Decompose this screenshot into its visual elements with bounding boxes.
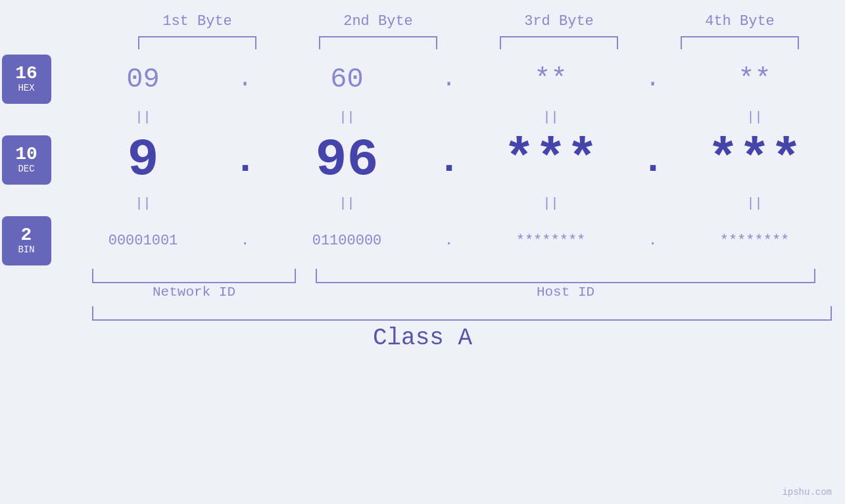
dec-b2-value: 96 bbox=[315, 130, 378, 190]
byte2-label: 2nd Byte bbox=[312, 13, 444, 30]
hex-badge: 16 HEX bbox=[2, 55, 51, 104]
hex-b3-value: ** bbox=[534, 64, 567, 95]
dec-dot2: . bbox=[437, 138, 460, 183]
eq1-b2: || bbox=[256, 110, 437, 125]
hex-b4-cell: ** bbox=[664, 64, 845, 95]
dec-dot3: . bbox=[641, 138, 664, 183]
bin-dot1: . bbox=[233, 233, 256, 249]
eq2-b3: || bbox=[460, 196, 641, 211]
dec-b4-value: *** bbox=[707, 130, 802, 190]
dec-dot1: . bbox=[233, 138, 256, 183]
bin-badge-container: 2 BIN bbox=[0, 216, 53, 265]
eq1-b3: || bbox=[460, 110, 641, 125]
dec-badge: 10 DEC bbox=[2, 135, 51, 185]
bin-values: 00001001 . 01100000 . ******** . *******… bbox=[53, 216, 845, 265]
eq2-b1: || bbox=[53, 196, 233, 211]
bin-badge-number: 2 bbox=[21, 226, 32, 244]
hex-b2-cell: 60 bbox=[256, 64, 437, 95]
hex-b3-cell: ** bbox=[460, 64, 641, 95]
dec-b1-cell: 9 bbox=[53, 130, 233, 190]
bin-b3-cell: ******** bbox=[460, 233, 641, 249]
hex-dot2: . bbox=[437, 66, 460, 93]
dec-badge-label: DEC bbox=[18, 164, 34, 175]
eq2-b2: || bbox=[256, 196, 437, 211]
bin-dot3: . bbox=[641, 233, 664, 249]
eq1-b4: || bbox=[664, 110, 845, 125]
bin-b4-cell: ******** bbox=[664, 233, 845, 249]
hex-b1-cell: 09 bbox=[53, 64, 233, 95]
dec-b1-value: 9 bbox=[127, 130, 158, 190]
bin-badge: 2 BIN bbox=[2, 216, 51, 265]
host-id-bracket bbox=[316, 269, 815, 283]
watermark: ipshu.com bbox=[782, 487, 832, 497]
network-id-label: Network ID bbox=[92, 285, 296, 300]
hex-values: 09 . 60 . ** . ** bbox=[53, 55, 845, 104]
dec-values: 9 . 96 . *** . *** bbox=[53, 130, 845, 190]
main-container: 1st Byte 2nd Byte 3rd Byte 4th Byte 16 H… bbox=[0, 0, 845, 504]
id-labels-row: Network ID Host ID bbox=[0, 285, 845, 300]
bin-b3-value: ******** bbox=[516, 233, 586, 249]
class-bracket bbox=[92, 306, 832, 321]
dec-b3-value: *** bbox=[503, 130, 598, 190]
hex-b4-value: ** bbox=[738, 64, 771, 95]
bin-b1-cell: 00001001 bbox=[53, 233, 233, 249]
bin-b4-value: ******** bbox=[720, 233, 790, 249]
dec-b3-cell: *** bbox=[460, 130, 641, 190]
dec-badge-container: 10 DEC bbox=[0, 130, 53, 190]
dec-badge-number: 10 bbox=[15, 145, 37, 164]
equals-row-2: || || || || bbox=[0, 190, 845, 216]
bin-b2-cell: 01100000 bbox=[256, 233, 437, 249]
equals-row-1: || || || || bbox=[0, 104, 845, 130]
host-id-label: Host ID bbox=[316, 285, 815, 300]
bracket-b2 bbox=[319, 36, 437, 49]
network-id-bracket bbox=[92, 269, 296, 283]
bin-dot2: . bbox=[437, 233, 460, 249]
hex-badge-number: 16 bbox=[15, 64, 37, 83]
class-bracket-container bbox=[0, 306, 845, 321]
bin-row: 2 BIN 00001001 . 01100000 . ******** . *… bbox=[0, 216, 845, 265]
byte1-label: 1st Byte bbox=[132, 13, 263, 30]
bracket-b4 bbox=[681, 36, 799, 49]
eq1-b1: || bbox=[53, 110, 233, 125]
dec-b2-cell: 96 bbox=[256, 130, 437, 190]
bin-b2-value: 01100000 bbox=[312, 233, 382, 249]
byte-headers: 1st Byte 2nd Byte 3rd Byte 4th Byte bbox=[107, 13, 831, 30]
bin-badge-label: BIN bbox=[18, 244, 34, 256]
bracket-b3 bbox=[500, 36, 618, 49]
top-brackets bbox=[107, 30, 831, 49]
byte4-label: 4th Byte bbox=[674, 13, 806, 30]
hex-dot1: . bbox=[233, 66, 256, 93]
bin-b1-value: 00001001 bbox=[109, 233, 178, 249]
bottom-brackets-row bbox=[0, 269, 845, 283]
hex-badge-label: HEX bbox=[18, 83, 34, 94]
hex-badge-container: 16 HEX bbox=[0, 55, 53, 104]
byte3-label: 3rd Byte bbox=[493, 13, 625, 30]
bracket-b1 bbox=[138, 36, 256, 49]
dec-row: 10 DEC 9 . 96 . *** . *** bbox=[0, 130, 845, 190]
dec-b4-cell: *** bbox=[664, 130, 845, 190]
hex-b1-value: 09 bbox=[126, 64, 159, 95]
hex-row: 16 HEX 09 . 60 . ** . ** bbox=[0, 55, 845, 104]
hex-dot3: . bbox=[641, 66, 664, 93]
eq2-b4: || bbox=[664, 196, 845, 211]
hex-b2-value: 60 bbox=[330, 64, 363, 95]
class-label: Class A bbox=[0, 325, 845, 352]
